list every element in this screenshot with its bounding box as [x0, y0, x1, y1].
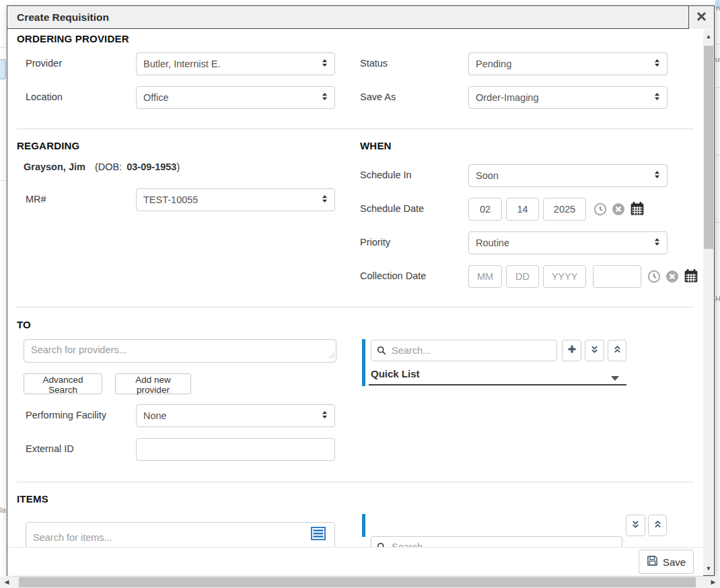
schedule-clock-icon[interactable] — [593, 203, 607, 219]
search-icon — [377, 346, 386, 355]
status-label: Status — [360, 58, 388, 69]
close-button[interactable] — [688, 6, 714, 29]
scroll-right-arrow-icon[interactable]: ▶ — [708, 577, 719, 588]
select-caret-icon — [654, 237, 660, 248]
collection-time-input[interactable] — [593, 265, 641, 288]
vertical-scrollbar-thumb[interactable] — [704, 46, 713, 249]
select-caret-icon — [322, 194, 328, 205]
scroll-up-arrow-icon[interactable]: ▲ — [703, 31, 714, 42]
schedule-day-input[interactable] — [506, 198, 539, 221]
dialog-body: ORDERING PROVIDER Provider Butler, Inter… — [7, 30, 703, 576]
mr-label: MR# — [26, 194, 46, 205]
patient-summary: Grayson, Jim (DOB: 03-09-1953) — [24, 161, 180, 172]
background-line — [715, 44, 720, 44]
save-icon — [647, 555, 658, 568]
performing-facility-select[interactable]: None — [136, 404, 335, 427]
save-as-label: Save As — [360, 91, 396, 102]
collection-clock-icon[interactable] — [647, 270, 661, 286]
chevrons-up-icon — [653, 519, 662, 531]
schedule-month-input[interactable] — [468, 198, 502, 221]
location-select[interactable]: Office — [136, 86, 335, 109]
horizontal-scrollbar[interactable]: ◀ ▶ — [0, 577, 720, 588]
expand-all-button[interactable] — [585, 340, 604, 361]
to-panel-search — [371, 340, 557, 361]
dialog-footer: Save — [7, 547, 703, 576]
scroll-down-arrow-icon[interactable]: ▼ — [703, 563, 714, 574]
priority-select[interactable]: Routine — [468, 231, 668, 254]
patient-name: Grayson, Jim — [24, 161, 85, 172]
schedule-in-label: Schedule In — [360, 170, 412, 180]
vertical-scrollbar[interactable]: ▲ ▼ — [703, 30, 714, 575]
background-line — [0, 47, 6, 48]
schedule-in-select-value: Soon — [476, 170, 499, 181]
collapse-all-button[interactable] — [608, 340, 626, 361]
section-heading-items: ITEMS — [17, 493, 48, 505]
patient-dob-suffix: ) — [176, 161, 180, 172]
patient-dob: 03-09-1953 — [127, 161, 176, 172]
items-collapse-all-button[interactable] — [648, 515, 667, 536]
background-line — [715, 222, 720, 223]
select-caret-icon — [654, 59, 660, 69]
save-button-label: Save — [663, 556, 686, 568]
patient-dob-prefix: (DOB: — [95, 161, 122, 172]
provider-search-wrap — [24, 339, 336, 363]
dialog-titlebar: Create Requisition — [7, 6, 714, 29]
items-accent-bar — [362, 514, 365, 537]
close-icon — [697, 11, 706, 24]
save-as-select[interactable]: Order-Imaging — [468, 86, 668, 109]
collection-year-input[interactable] — [543, 265, 586, 288]
select-caret-icon — [654, 170, 660, 181]
select-caret-icon — [322, 92, 328, 103]
add-to-quick-list-button[interactable] — [562, 340, 581, 361]
section-heading-ordering-provider: ORDERING PROVIDER — [17, 33, 129, 44]
collection-month-input[interactable] — [468, 265, 502, 288]
to-panel-search-input[interactable] — [371, 340, 557, 361]
schedule-calendar-icon[interactable] — [630, 201, 645, 219]
priority-label: Priority — [360, 237, 390, 248]
provider-select[interactable]: Butler, Internist E. — [136, 52, 335, 75]
create-requisition-dialog: Create Requisition ORDERING PROVIDER Pro… — [7, 5, 715, 576]
collection-day-input[interactable] — [506, 265, 539, 288]
plus-icon — [567, 344, 577, 357]
chevrons-up-icon — [613, 344, 622, 357]
chevrons-down-icon — [631, 519, 640, 531]
section-divider — [17, 307, 694, 307]
section-heading-regarding: REGARDING — [17, 140, 79, 151]
dialog-title: Create Requisition — [17, 11, 109, 24]
quick-list-header[interactable]: Quick List — [371, 368, 420, 379]
add-new-provider-button[interactable]: Add new provider — [115, 373, 191, 394]
schedule-date-label: Schedule Date — [360, 203, 424, 214]
schedule-in-select[interactable]: Soon — [468, 164, 668, 187]
provider-select-value: Butler, Internist E. — [143, 59, 220, 69]
chevrons-down-icon — [590, 344, 599, 357]
scroll-left-arrow-icon[interactable]: ◀ — [1, 577, 12, 588]
background-line — [715, 87, 720, 88]
save-button[interactable]: Save — [639, 550, 694, 574]
collection-clear-icon[interactable] — [665, 270, 679, 286]
quick-list-accent-bar — [362, 339, 365, 386]
priority-select-value: Routine — [476, 237, 509, 248]
quick-list-underline — [369, 384, 626, 385]
external-id-label: External ID — [26, 443, 74, 454]
schedule-year-input[interactable] — [543, 198, 586, 221]
performing-facility-label: Performing Facility — [26, 410, 106, 420]
external-id-input[interactable] — [136, 438, 335, 461]
mr-select[interactable]: TEST-10055 — [136, 188, 335, 211]
section-divider — [17, 482, 694, 482]
background-text-fragment: la — [0, 506, 6, 514]
status-select[interactable]: Pending — [468, 52, 668, 75]
save-as-select-value: Order-Imaging — [476, 92, 538, 103]
select-caret-icon — [654, 92, 660, 103]
collection-date-label: Collection Date — [360, 270, 426, 281]
horizontal-scrollbar-thumb[interactable] — [19, 577, 696, 587]
provider-search-textarea[interactable] — [24, 339, 336, 363]
collection-calendar-icon[interactable] — [684, 268, 698, 286]
select-caret-icon — [322, 410, 328, 421]
provider-label: Provider — [26, 58, 62, 69]
advanced-search-button[interactable]: Advanced Search — [24, 373, 102, 394]
item-list-icon[interactable] — [311, 527, 326, 543]
items-expand-all-button[interactable] — [626, 515, 645, 536]
quick-list-caret-icon[interactable] — [611, 371, 619, 383]
select-caret-icon — [322, 59, 328, 69]
schedule-clear-icon[interactable] — [612, 203, 625, 219]
